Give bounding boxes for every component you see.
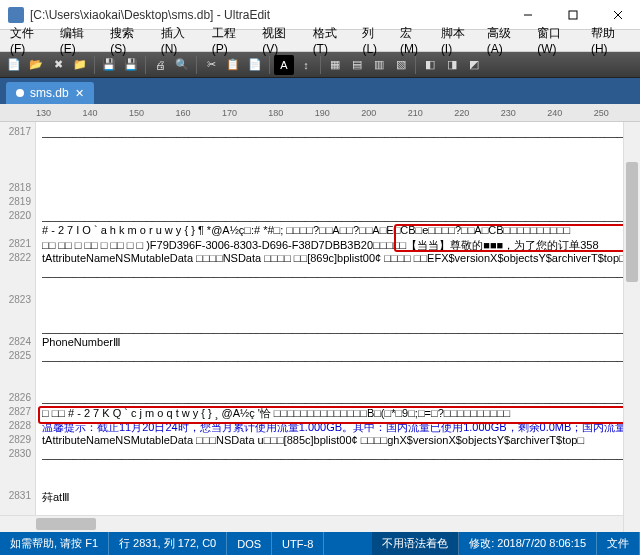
text-line: # - 2 7 I O ` a h k m o r u w y { } ¶ *@…: [42, 224, 634, 238]
status-bar: 如需帮助, 请按 F1 行 2831, 列 172, C0 DOS UTF-8 …: [0, 532, 640, 555]
tool7-icon[interactable]: ◩: [464, 55, 484, 75]
status-encoding[interactable]: UTF-8: [272, 532, 324, 555]
tab-smsdb[interactable]: sms.db ✕: [6, 82, 94, 104]
status-help: 如需帮助, 请按 F1: [0, 532, 109, 555]
tab-modified-dot: [16, 89, 24, 97]
editor-area[interactable]: 2817 281828192820 28212822 28232824 2825…: [0, 122, 640, 532]
tool1-icon[interactable]: ▦: [325, 55, 345, 75]
menu-advanced[interactable]: 高级(A): [481, 23, 531, 58]
menubar: 文件(F) 编辑(E) 搜索(S) 插入(N) 工程(P) 视图(V) 格式(T…: [0, 30, 640, 52]
app-icon: [8, 7, 24, 23]
vertical-scroll-thumb[interactable]: [626, 162, 638, 282]
tab-close-icon[interactable]: ✕: [75, 87, 84, 100]
status-modified: 修改: 2018/7/20 8:06:15: [459, 532, 597, 555]
tool6-icon[interactable]: ◨: [442, 55, 462, 75]
text-line: □ □□ # - 2 7 K Q ` c j m o q t w y { } ¸…: [42, 406, 634, 420]
ruler: 130140150160170180190200210220230240250: [0, 104, 640, 122]
menu-format[interactable]: 格式(T): [307, 23, 357, 58]
tab-label: sms.db: [30, 86, 69, 100]
horizontal-scrollbar[interactable]: [0, 515, 623, 532]
cut-icon[interactable]: ✂: [201, 55, 221, 75]
print-icon[interactable]: 🖨: [150, 55, 170, 75]
menu-edit[interactable]: 编辑(E): [54, 23, 104, 58]
svg-rect-1: [569, 11, 577, 19]
save-icon[interactable]: 💾: [99, 55, 119, 75]
text-line: PhoneNumberⅢ: [42, 336, 634, 350]
status-syntax[interactable]: 不用语法着色: [372, 532, 459, 555]
menu-search[interactable]: 搜索(S): [104, 23, 154, 58]
tool5-icon[interactable]: ◧: [420, 55, 440, 75]
menu-project[interactable]: 工程(P): [206, 23, 256, 58]
preview-icon[interactable]: 🔍: [172, 55, 192, 75]
tool4-icon[interactable]: ▧: [391, 55, 411, 75]
status-lineend[interactable]: DOS: [227, 532, 272, 555]
copy-icon[interactable]: 📋: [223, 55, 243, 75]
text-line: □□ □□ □ □□ □ □□ □ □ )F79D396F-3006-8303-…: [42, 238, 634, 252]
letter-a-icon[interactable]: A: [274, 55, 294, 75]
menu-macro[interactable]: 宏(M): [394, 23, 435, 58]
paste-icon[interactable]: 📄: [245, 55, 265, 75]
text-line: tAttributeNameNSMutableData □□□□NSData □…: [42, 252, 634, 266]
sort-icon[interactable]: ↕: [296, 55, 316, 75]
window-title: [C:\Users\xiaokai\Desktop\sms.db] - Ultr…: [30, 8, 505, 22]
vertical-scrollbar[interactable]: [623, 122, 640, 532]
open2-icon[interactable]: 📁: [70, 55, 90, 75]
menu-view[interactable]: 视图(V): [256, 23, 306, 58]
text-content[interactable]: ________________________________________…: [36, 122, 640, 532]
menu-file[interactable]: 文件(F): [4, 23, 54, 58]
saveall-icon[interactable]: 💾: [121, 55, 141, 75]
highlighted-text: 温馨提示：截止11月20日24时，您当月累计使用流量1.000GB。其中：国内流…: [42, 421, 634, 433]
status-filesize: 文件: [597, 532, 640, 555]
menu-window[interactable]: 窗口(W): [531, 23, 585, 58]
text-line: tAttributeNameNSMutableData □□□NSData u□…: [42, 434, 634, 448]
horizontal-scroll-thumb[interactable]: [36, 518, 96, 530]
tab-bar: sms.db ✕: [0, 78, 640, 104]
close-icon[interactable]: ✖: [48, 55, 68, 75]
tool2-icon[interactable]: ▤: [347, 55, 367, 75]
status-position: 行 2831, 列 172, C0: [109, 532, 227, 555]
menu-column[interactable]: 列(L): [356, 23, 394, 58]
text-line: 荈atⅢ: [42, 490, 634, 504]
menu-help[interactable]: 帮助(H): [585, 23, 636, 58]
menu-insert[interactable]: 插入(N): [155, 23, 206, 58]
tool3-icon[interactable]: ▥: [369, 55, 389, 75]
new-icon[interactable]: 📄: [4, 55, 24, 75]
open-icon[interactable]: 📂: [26, 55, 46, 75]
line-gutter: 2817 281828192820 28212822 28232824 2825…: [0, 122, 36, 532]
menu-script[interactable]: 脚本(I): [435, 23, 481, 58]
